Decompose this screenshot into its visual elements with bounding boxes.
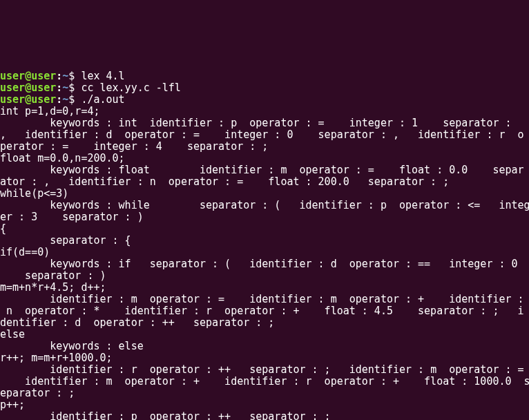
output-line: int p=1,d=0,r=4; [0, 105, 100, 117]
output-line: else [0, 328, 25, 341]
output-line: float m=0.0,n=200.0; [0, 152, 125, 164]
output-line: { [0, 222, 6, 235]
output-line: identifier : r operator : ++ separator :… [0, 363, 524, 376]
output-line: separator : ) [0, 269, 113, 282]
output-line: ator : , identifier : n operator : = flo… [0, 175, 455, 188]
prompt-symbol: $ [68, 70, 75, 82]
output-line: eparator : ; [0, 387, 81, 399]
prompt-user: user [0, 93, 25, 106]
output-line: keywords : if separator : ( identifier :… [0, 258, 518, 270]
output-line: identifier : p operator : ++ separator :… [0, 410, 337, 420]
output-line: keywords : else [0, 340, 150, 352]
prompt-path: ~ [62, 93, 68, 106]
command-line-2[interactable]: cc lex.yy.c -lfl [81, 82, 181, 94]
prompt-path: ~ [62, 70, 68, 82]
output-line: er : 3 separator : ) [0, 211, 150, 223]
command-line-1[interactable]: lex 4.l [81, 70, 124, 82]
output-line: n operator : * identifier : r operator :… [0, 305, 524, 317]
output-line: perator : = integer : 4 separator : ; [0, 140, 274, 153]
prompt-user: user [0, 82, 25, 94]
output-line: m=m+n*r+4.5; d++; [0, 281, 106, 294]
output-line: keywords : int identifier : p operator :… [0, 117, 518, 129]
prompt-symbol: $ [68, 93, 75, 106]
output-line: separator : { [0, 234, 137, 247]
prompt-user: user [0, 70, 25, 82]
output-line: dentifier : d operator : ++ separator : … [0, 316, 280, 329]
prompt-host: user [31, 82, 56, 94]
output-line: p++; [0, 399, 25, 411]
prompt-colon: : [56, 70, 62, 82]
output-line: keywords : float identifier : m operator… [0, 164, 524, 176]
command-line-3[interactable]: ./a.out [81, 93, 124, 106]
prompt-path: ~ [62, 82, 68, 94]
output-line: identifier : m operator : + identifier :… [0, 375, 529, 388]
prompt-colon: : [56, 93, 62, 106]
output-line: identifier : m operator : = identifier :… [0, 293, 524, 305]
prompt-host: user [31, 70, 56, 82]
output-line: keywords : while separator : ( identifie… [0, 199, 529, 211]
prompt-symbol: $ [68, 82, 75, 94]
prompt-at: @ [25, 70, 31, 82]
prompt-colon: : [56, 82, 62, 94]
prompt-host: user [31, 93, 56, 106]
prompt-at: @ [25, 93, 31, 106]
output-line: r++; m=m+r+1000.0; [0, 352, 113, 364]
output-line: while(p<=3) [0, 187, 68, 200]
output-line: , identifier : d operator : = integer : … [0, 128, 524, 141]
terminal-window[interactable]: user@user:~$ lex 4.l user@user:~$ cc lex… [0, 59, 529, 420]
prompt-at: @ [25, 82, 31, 94]
output-line: if(d==0) [0, 246, 50, 258]
